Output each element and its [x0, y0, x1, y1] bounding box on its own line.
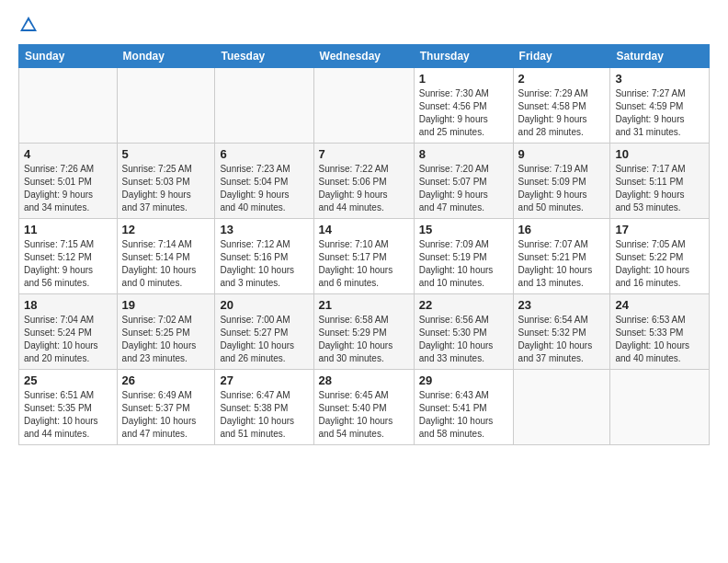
calendar-day-cell: [117, 68, 215, 144]
calendar-day-cell: 15Sunrise: 7:09 AM Sunset: 5:19 PM Dayli…: [414, 219, 513, 294]
calendar-day-cell: 24Sunrise: 6:53 AM Sunset: 5:33 PM Dayli…: [610, 294, 710, 370]
day-info: Sunrise: 7:12 AM Sunset: 5:16 PM Dayligh…: [220, 238, 308, 290]
calendar-day-cell: 5Sunrise: 7:25 AM Sunset: 5:03 PM Daylig…: [117, 144, 215, 219]
day-number: 3: [615, 72, 704, 86]
weekday-header: Friday: [513, 45, 610, 68]
day-info: Sunrise: 7:22 AM Sunset: 5:06 PM Dayligh…: [319, 163, 409, 214]
weekday-header: Saturday: [610, 45, 710, 68]
calendar-day-cell: 2Sunrise: 7:29 AM Sunset: 4:58 PM Daylig…: [513, 68, 610, 144]
calendar-body: 1Sunrise: 7:30 AM Sunset: 4:56 PM Daylig…: [19, 68, 710, 445]
day-info: Sunrise: 7:04 AM Sunset: 5:24 PM Dayligh…: [24, 314, 112, 365]
calendar-week-row: 11Sunrise: 7:15 AM Sunset: 5:12 PM Dayli…: [19, 219, 710, 294]
logo-icon: [18, 15, 39, 35]
day-info: Sunrise: 6:43 AM Sunset: 5:41 PM Dayligh…: [419, 389, 508, 441]
day-number: 23: [518, 298, 606, 312]
day-info: Sunrise: 6:54 AM Sunset: 5:32 PM Dayligh…: [518, 314, 606, 365]
day-info: Sunrise: 7:09 AM Sunset: 5:19 PM Dayligh…: [419, 238, 508, 290]
day-info: Sunrise: 6:49 AM Sunset: 5:37 PM Dayligh…: [122, 389, 210, 441]
day-info: Sunrise: 7:10 AM Sunset: 5:17 PM Dayligh…: [319, 238, 409, 290]
day-number: 10: [615, 147, 704, 161]
calendar-day-cell: 11Sunrise: 7:15 AM Sunset: 5:12 PM Dayli…: [19, 219, 118, 294]
day-number: 26: [122, 373, 210, 387]
day-number: 21: [319, 298, 409, 312]
day-info: Sunrise: 7:25 AM Sunset: 5:03 PM Dayligh…: [122, 163, 210, 214]
calendar-day-cell: 8Sunrise: 7:20 AM Sunset: 5:07 PM Daylig…: [414, 144, 513, 219]
calendar-day-cell: 3Sunrise: 7:27 AM Sunset: 4:59 PM Daylig…: [610, 68, 710, 144]
calendar-day-cell: [513, 370, 610, 445]
day-number: 28: [319, 373, 409, 387]
calendar-day-cell: 18Sunrise: 7:04 AM Sunset: 5:24 PM Dayli…: [19, 294, 118, 370]
day-info: Sunrise: 7:07 AM Sunset: 5:21 PM Dayligh…: [518, 238, 606, 290]
day-number: 22: [419, 298, 508, 312]
day-info: Sunrise: 6:51 AM Sunset: 5:35 PM Dayligh…: [24, 389, 112, 441]
calendar-day-cell: 20Sunrise: 7:00 AM Sunset: 5:27 PM Dayli…: [215, 294, 313, 370]
day-info: Sunrise: 6:47 AM Sunset: 5:38 PM Dayligh…: [220, 389, 308, 441]
logo: [18, 15, 42, 35]
calendar-day-cell: 21Sunrise: 6:58 AM Sunset: 5:29 PM Dayli…: [313, 294, 414, 370]
day-number: 2: [518, 72, 606, 86]
day-info: Sunrise: 7:00 AM Sunset: 5:27 PM Dayligh…: [220, 314, 308, 365]
calendar-week-row: 1Sunrise: 7:30 AM Sunset: 4:56 PM Daylig…: [19, 68, 710, 144]
calendar-day-cell: [610, 370, 710, 445]
calendar-table: SundayMondayTuesdayWednesdayThursdayFrid…: [18, 44, 710, 445]
day-info: Sunrise: 6:58 AM Sunset: 5:29 PM Dayligh…: [319, 314, 409, 365]
page-header: [18, 15, 710, 35]
day-info: Sunrise: 7:14 AM Sunset: 5:14 PM Dayligh…: [122, 238, 210, 290]
day-number: 9: [518, 147, 606, 161]
calendar-day-cell: 25Sunrise: 6:51 AM Sunset: 5:35 PM Dayli…: [19, 370, 118, 445]
day-info: Sunrise: 7:23 AM Sunset: 5:04 PM Dayligh…: [220, 163, 308, 214]
weekday-header: Tuesday: [215, 45, 313, 68]
day-number: 6: [220, 147, 308, 161]
weekday-header: Thursday: [414, 45, 513, 68]
calendar-day-cell: [313, 68, 414, 144]
day-info: Sunrise: 7:26 AM Sunset: 5:01 PM Dayligh…: [24, 163, 112, 214]
calendar-day-cell: 14Sunrise: 7:10 AM Sunset: 5:17 PM Dayli…: [313, 219, 414, 294]
day-number: 19: [122, 298, 210, 312]
weekday-header: Wednesday: [313, 45, 414, 68]
day-info: Sunrise: 7:30 AM Sunset: 4:56 PM Dayligh…: [419, 87, 508, 139]
day-number: 18: [24, 298, 112, 312]
calendar-day-cell: [215, 68, 313, 144]
day-number: 24: [615, 298, 704, 312]
calendar-day-cell: 6Sunrise: 7:23 AM Sunset: 5:04 PM Daylig…: [215, 144, 313, 219]
calendar-day-cell: 12Sunrise: 7:14 AM Sunset: 5:14 PM Dayli…: [117, 219, 215, 294]
day-number: 27: [220, 373, 308, 387]
calendar-day-cell: 29Sunrise: 6:43 AM Sunset: 5:41 PM Dayli…: [414, 370, 513, 445]
day-number: 4: [24, 147, 112, 161]
day-info: Sunrise: 7:02 AM Sunset: 5:25 PM Dayligh…: [122, 314, 210, 365]
day-number: 7: [319, 147, 409, 161]
day-number: 16: [518, 223, 606, 236]
calendar-day-cell: [19, 68, 118, 144]
day-number: 8: [419, 147, 508, 161]
day-number: 17: [615, 223, 704, 236]
day-number: 5: [122, 147, 210, 161]
day-info: Sunrise: 7:15 AM Sunset: 5:12 PM Dayligh…: [24, 238, 112, 290]
day-info: Sunrise: 7:17 AM Sunset: 5:11 PM Dayligh…: [615, 163, 704, 214]
weekday-header: Monday: [117, 45, 215, 68]
calendar-day-cell: 19Sunrise: 7:02 AM Sunset: 5:25 PM Dayli…: [117, 294, 215, 370]
calendar-header: SundayMondayTuesdayWednesdayThursdayFrid…: [19, 45, 710, 68]
day-number: 12: [122, 223, 210, 236]
calendar-day-cell: 26Sunrise: 6:49 AM Sunset: 5:37 PM Dayli…: [117, 370, 215, 445]
day-number: 25: [24, 373, 112, 387]
calendar-week-row: 18Sunrise: 7:04 AM Sunset: 5:24 PM Dayli…: [19, 294, 710, 370]
calendar-day-cell: 27Sunrise: 6:47 AM Sunset: 5:38 PM Dayli…: [215, 370, 313, 445]
day-number: 11: [24, 223, 112, 236]
calendar-day-cell: 17Sunrise: 7:05 AM Sunset: 5:22 PM Dayli…: [610, 219, 710, 294]
calendar-day-cell: 1Sunrise: 7:30 AM Sunset: 4:56 PM Daylig…: [414, 68, 513, 144]
calendar-day-cell: 23Sunrise: 6:54 AM Sunset: 5:32 PM Dayli…: [513, 294, 610, 370]
calendar-day-cell: 28Sunrise: 6:45 AM Sunset: 5:40 PM Dayli…: [313, 370, 414, 445]
day-number: 15: [419, 223, 508, 236]
calendar-day-cell: 7Sunrise: 7:22 AM Sunset: 5:06 PM Daylig…: [313, 144, 414, 219]
day-info: Sunrise: 6:56 AM Sunset: 5:30 PM Dayligh…: [419, 314, 508, 365]
day-info: Sunrise: 7:29 AM Sunset: 4:58 PM Dayligh…: [518, 87, 606, 139]
weekday-header: Sunday: [19, 45, 118, 68]
calendar-day-cell: 22Sunrise: 6:56 AM Sunset: 5:30 PM Dayli…: [414, 294, 513, 370]
day-number: 1: [419, 72, 508, 86]
weekday-header-row: SundayMondayTuesdayWednesdayThursdayFrid…: [19, 45, 710, 68]
day-info: Sunrise: 7:20 AM Sunset: 5:07 PM Dayligh…: [419, 163, 508, 214]
calendar-week-row: 25Sunrise: 6:51 AM Sunset: 5:35 PM Dayli…: [19, 370, 710, 445]
calendar-day-cell: 13Sunrise: 7:12 AM Sunset: 5:16 PM Dayli…: [215, 219, 313, 294]
day-info: Sunrise: 7:27 AM Sunset: 4:59 PM Dayligh…: [615, 87, 704, 139]
day-info: Sunrise: 6:53 AM Sunset: 5:33 PM Dayligh…: [615, 314, 704, 365]
